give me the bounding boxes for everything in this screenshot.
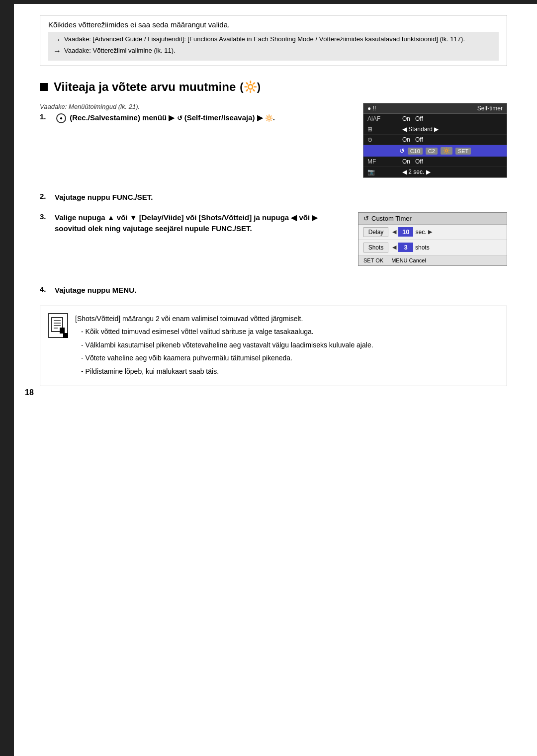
heading-text: Viiteaja ja võtete arvu muutmine xyxy=(54,80,236,94)
ct-timer-icon: ↺ xyxy=(363,215,369,222)
step3-text: Valige nupuga ▲ või ▼ [Delay/Viide] või … xyxy=(55,212,348,235)
ct-set-ok: SET OK xyxy=(363,257,383,263)
ct-shots-label: Shots xyxy=(363,243,388,252)
camera-row-label-4: MF xyxy=(367,158,402,165)
step1-text: ● (Rec./Salvestamine) menüü ▶ ↺ (Self-ti… xyxy=(55,112,353,124)
ct-shots-num: 3 xyxy=(398,243,413,252)
camera-row-label-5: 📷 xyxy=(367,168,402,175)
ct-shots-arrow-left: ◀ xyxy=(392,244,396,251)
step1-num: 1. xyxy=(40,112,50,121)
ct-row-delay: Delay ◀ 10 sec. ▶ xyxy=(358,225,507,240)
camera-ui-header: ● !! Self-timer xyxy=(363,103,507,114)
camera-row-value-2: On Off xyxy=(402,136,503,143)
ct-shots-value: ◀ 3 shots xyxy=(392,243,502,252)
timer-custom-btn: 🔆 xyxy=(441,147,452,155)
step-4: 4. Vajutage nuppu MENU. xyxy=(40,285,507,296)
step4-num: 4. xyxy=(40,285,50,293)
ct-delay-value: ◀ 10 sec. ▶ xyxy=(392,227,502,237)
info-item-4: Pildistamine lõpeb, kui mälukaart saab t… xyxy=(75,366,373,377)
camera-row-value-0: On Off xyxy=(402,115,503,122)
timer-self-icon: ↺ xyxy=(399,147,405,155)
info-item-1: Kõik võtted toimuvad esimesel võttel val… xyxy=(75,326,373,337)
custom-timer-ui: ↺ Custom Timer Delay ◀ 10 sec. ▶ Shots ◀… xyxy=(358,212,507,266)
custom-icon-inline: 🔆 xyxy=(265,114,273,122)
ct-menu-cancel: MENU Cancel xyxy=(391,257,426,263)
camera-row-value-4: On Off xyxy=(402,158,503,165)
ct-header: ↺ Custom Timer xyxy=(358,213,507,225)
self-timer-icon-inline: ↺ xyxy=(177,114,182,122)
heading-camera-icon: (🔆) xyxy=(240,81,261,93)
timer-c10-btn: C10 xyxy=(408,148,423,155)
step3-row: 3. Valige nupuga ▲ või ▼ [Delay/Viide] v… xyxy=(40,212,348,235)
step-3: ↺ Custom Timer Delay ◀ 10 sec. ▶ Shots ◀… xyxy=(40,212,507,276)
step2-row: 2. Vajutage nuppu FUNC./SET. xyxy=(40,192,507,203)
camera-row-value-5: ◀ 2 sec. ▶ xyxy=(402,168,503,175)
note-inner-text-1: Vaadake: [Advanced Guide / Lisajuhendit]… xyxy=(64,35,465,44)
rec-icon: ● xyxy=(56,113,66,123)
camera-ui-header-left: ● !! xyxy=(367,105,376,112)
camera-ui: ● !! Self-timer AiAF On Off ⊞ ◀ Standard… xyxy=(363,103,507,178)
camera-row-label-0: AiAF xyxy=(367,115,402,122)
camera-row-label-2: ⊙ xyxy=(367,136,402,143)
camera-row-label-1: ⊞ xyxy=(367,126,402,133)
camera-ui-header-right: Self-timer xyxy=(477,105,503,112)
ct-delay-arrow-left: ◀ xyxy=(392,229,396,235)
step-2: 2. Vajutage nuppu FUNC./SET. xyxy=(40,192,507,203)
ct-footer: SET OK MENU Cancel xyxy=(358,255,507,265)
ct-row-shots: Shots ◀ 3 shots xyxy=(358,240,507,255)
ct-shots-unit: shots xyxy=(415,244,430,251)
camera-row-value-1: ◀ Standard ▶ xyxy=(402,126,503,133)
note-text: Kõikides võtterežiimides ei saa seda mää… xyxy=(48,20,499,29)
camera-ui-row-2sec: 📷 ◀ 2 sec. ▶ xyxy=(363,167,507,177)
ct-title: Custom Timer xyxy=(371,215,412,222)
step3-num: 3. xyxy=(40,212,50,221)
ct-delay-label: Delay xyxy=(363,227,388,237)
note-inner-row-1: → Vaadake: [Advanced Guide / Lisajuhendi… xyxy=(53,35,494,44)
info-box: [Shots/Võtteid] määrangu 2 või enam vali… xyxy=(40,306,507,386)
step4-row: 4. Vajutage nuppu MENU. xyxy=(40,285,507,296)
camera-ui-row-mf: MF On Off xyxy=(363,157,507,167)
step2-num: 2. xyxy=(40,192,50,200)
page-number: 18 xyxy=(25,388,34,397)
camera-ui-row-on-off: ⊙ On Off xyxy=(363,135,507,145)
step1-row: 1. ● (Rec./Salvestamine) menüü ▶ ↺ (Self… xyxy=(40,112,353,124)
info-item-3: Võtete vaheline aeg võib kaamera puhverm… xyxy=(75,352,373,363)
step-1: ● !! Self-timer AiAF On Off ⊞ ◀ Standard… xyxy=(40,103,507,183)
timer-set-btn: SET xyxy=(455,148,471,155)
camera-ui-icons-row: ↺ C10 C2 🔆 SET xyxy=(363,145,507,157)
ct-delay-arrow-right: ▶ xyxy=(428,229,432,235)
note-svg-icon xyxy=(51,317,66,335)
note-inner: → Vaadake: [Advanced Guide / Lisajuhendi… xyxy=(48,32,499,61)
step4-text: Vajutage nuppu MENU. xyxy=(55,285,507,296)
info-item-2: Välklambi kasutamisel pikeneb võtetevahe… xyxy=(75,339,373,350)
arrow-icon-2: → xyxy=(53,47,61,56)
info-item-0: [Shots/Võtteid] määrangu 2 või enam vali… xyxy=(75,313,373,324)
info-content: [Shots/Võtteid] määrangu 2 või enam vali… xyxy=(75,313,373,379)
step2-text: Vajutage nuppu FUNC./SET. xyxy=(55,192,507,203)
note-inner-row-2: → Vaadake: Võtterežiimi valimine (lk. 11… xyxy=(53,46,494,56)
note-inner-text-2: Vaadake: Võtterežiimi valimine (lk. 11). xyxy=(64,46,176,55)
section-heading: Viiteaja ja võtete arvu muutmine (🔆) xyxy=(40,80,507,94)
note-box: Kõikides võtterežiimides ei saa seda mää… xyxy=(40,15,507,66)
ct-delay-unit: sec. xyxy=(415,229,426,236)
camera-ui-row-aiaf: AiAF On Off xyxy=(363,114,507,124)
arrow-icon-1: → xyxy=(53,35,61,44)
info-icon xyxy=(48,313,68,338)
heading-square-icon xyxy=(40,83,48,91)
ct-delay-num: 10 xyxy=(398,227,413,237)
camera-ui-row-standard: ⊞ ◀ Standard ▶ xyxy=(363,124,507,135)
timer-c2-btn: C2 xyxy=(426,148,438,155)
svg-rect-5 xyxy=(60,328,65,334)
